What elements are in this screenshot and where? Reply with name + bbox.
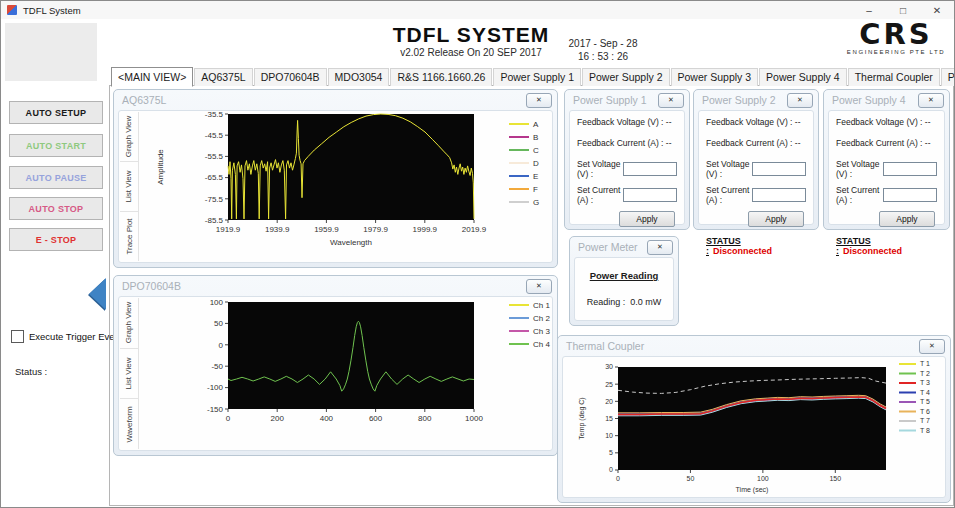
ps4-set-current-input[interactable] [883, 188, 937, 202]
ps4-set-voltage-label: Set Voltage (V) : [836, 159, 883, 179]
ps2-status-value: Disconnected [713, 246, 772, 256]
svg-text:-75.5: -75.5 [205, 195, 224, 204]
svg-text:15: 15 [605, 415, 613, 422]
panel-aq6375l-header: AQ6375L ✕ [114, 90, 557, 110]
svg-text:Wavelength: Wavelength [330, 238, 372, 247]
svg-text:-65.5: -65.5 [205, 173, 224, 182]
auto-stop-button[interactable]: AUTO STOP [9, 197, 103, 220]
svg-text:-100: -100 [207, 383, 224, 392]
svg-text:200: 200 [271, 414, 285, 423]
svg-text:0: 0 [616, 475, 620, 482]
panel-aq6375l-title: AQ6375L [122, 94, 166, 106]
svg-text:T 1: T 1 [920, 360, 930, 367]
svg-text:Amplitude: Amplitude [156, 149, 165, 185]
panel-power-supply-1-body: Feedback Voltage (V) : -- Feedback Curre… [569, 110, 685, 225]
ps1-feedback-current-value: -- [666, 138, 672, 148]
svg-text:-50: -50 [211, 362, 223, 371]
ps2-set-current-label: Set Current (A) : [706, 185, 752, 205]
panel-power-supply-4-close-icon[interactable]: ✕ [918, 93, 944, 108]
tab-mdo3054[interactable]: MDO3054 [328, 68, 390, 86]
panel-power-supply-2-title: Power Supply 2 [702, 94, 776, 106]
aq-tab-list-view[interactable]: List View [120, 162, 138, 212]
title-bar: TDFL System – □ ✕ [1, 1, 954, 19]
svg-text:Temp (deg C): Temp (deg C) [578, 397, 586, 439]
svg-text:50: 50 [687, 475, 695, 482]
ps2-feedback-voltage-value: -- [795, 117, 801, 127]
svg-text:2019.9: 2019.9 [462, 225, 487, 234]
dpo-tab-waveform[interactable]: Waveform [120, 399, 138, 449]
aq-tab-graph-view[interactable]: Graph View [120, 112, 138, 162]
panel-dpo70604b-close-icon[interactable]: ✕ [526, 279, 552, 294]
ps4-feedback-current-value: -- [925, 138, 931, 148]
svg-text:1919.9: 1919.9 [216, 225, 241, 234]
minimize-button[interactable]: – [852, 5, 886, 16]
panel-power-supply-1: Power Supply 1 ✕ Feedback Voltage (V) : … [564, 89, 690, 230]
panel-dpo70604b-header: DPO70604B ✕ [114, 276, 557, 296]
maximize-button[interactable]: □ [886, 5, 920, 16]
svg-text:T 4: T 4 [920, 389, 930, 396]
ps2-set-current-input[interactable] [752, 188, 806, 202]
svg-text:T 5: T 5 [920, 398, 930, 405]
panel-power-supply-1-close-icon[interactable]: ✕ [658, 93, 684, 108]
tab-dpo70604b[interactable]: DPO70604B [254, 68, 327, 86]
auto-setup-button[interactable]: AUTO SETUP [9, 101, 103, 124]
power-reading-heading: Power Reading [575, 270, 673, 281]
svg-text:400: 400 [320, 414, 334, 423]
tab-power-supply-1[interactable]: Power Supply 1 [493, 68, 581, 86]
panel-dpo70604b-body: Graph View List View Waveform 0200400600… [118, 296, 553, 451]
close-button[interactable]: ✕ [920, 5, 954, 16]
auto-pause-button[interactable]: AUTO PAUSE [9, 166, 103, 189]
tab-thermal-coupler[interactable]: Thermal Coupler [848, 68, 940, 86]
ps2-feedback-current-value: -- [795, 138, 801, 148]
dpo-tab-graph-view[interactable]: Graph View [120, 298, 138, 349]
svg-text:T 7: T 7 [920, 417, 930, 424]
panel-power-supply-2-close-icon[interactable]: ✕ [787, 93, 813, 108]
main-tabstrip: <MAIN VIEW> AQ6375L DPO70604B MDO3054 R&… [111, 67, 955, 86]
ps2-set-voltage-label: Set Voltage (V) : [706, 159, 752, 179]
panel-power-supply-4-header: Power Supply 4 ✕ [824, 90, 949, 110]
auto-start-button[interactable]: AUTO START [9, 134, 103, 157]
svg-text:1979.9: 1979.9 [363, 225, 388, 234]
tab-rs-1166-1660-26[interactable]: R&S 1166.1660.26 [390, 68, 492, 86]
tab-power-supply-4[interactable]: Power Supply 4 [759, 68, 847, 86]
app-icon [7, 5, 17, 15]
e-stop-button[interactable]: E - STOP [9, 228, 103, 251]
panel-power-supply-2-body: Feedback Voltage (V) : -- Feedback Curre… [698, 110, 814, 225]
tab-main-view[interactable]: <MAIN VIEW> [111, 67, 193, 87]
ps1-apply-button[interactable]: Apply [619, 211, 675, 227]
ps2-feedback-current-label: Feedback Current (A) : [706, 138, 792, 148]
ps4-set-voltage-input[interactable] [883, 162, 937, 176]
svg-text:800: 800 [418, 414, 432, 423]
execute-trigger-checkbox[interactable] [11, 330, 24, 343]
panel-thermal-coupler-close-icon[interactable]: ✕ [919, 339, 945, 354]
panel-aq6375l-close-icon[interactable]: ✕ [526, 93, 552, 108]
tab-power-supply-3[interactable]: Power Supply 3 [671, 68, 759, 86]
ps1-set-voltage-label: Set Voltage (V) : [577, 159, 623, 179]
aq-tab-trace-plot[interactable]: Trace Plot [120, 212, 138, 261]
svg-text:Ch 3: Ch 3 [533, 327, 550, 336]
ps4-apply-button[interactable]: Apply [879, 211, 935, 227]
ps1-set-voltage-input[interactable] [623, 162, 677, 176]
svg-text:30: 30 [605, 363, 613, 370]
svg-text:E: E [533, 172, 538, 181]
dpo-tab-list-view[interactable]: List View [120, 349, 138, 400]
ps1-set-current-input[interactable] [623, 188, 677, 202]
panel-aq6375l-body: Graph View List View Trace Plot 1919.919… [118, 110, 553, 263]
tab-power-meter[interactable]: Power Meter [941, 68, 955, 86]
svg-text:0: 0 [219, 341, 224, 350]
time-text: 16 : 53 : 26 [549, 50, 657, 63]
svg-text:A: A [533, 120, 539, 129]
svg-text:-55.5: -55.5 [205, 152, 224, 161]
ps2-set-voltage-input[interactable] [752, 162, 806, 176]
ps1-feedback-voltage-label: Feedback Voltage (V) : [577, 117, 663, 127]
svg-text:100: 100 [757, 475, 769, 482]
svg-text:T 2: T 2 [920, 370, 930, 377]
collapse-arrow-icon[interactable] [89, 278, 106, 310]
panel-power-meter-close-icon[interactable]: ✕ [647, 240, 673, 255]
date-text: 2017 - Sep - 28 [549, 37, 657, 50]
ps2-apply-button[interactable]: Apply [748, 211, 804, 227]
tab-power-supply-2[interactable]: Power Supply 2 [582, 68, 670, 86]
panel-power-supply-4: Power Supply 4 ✕ Feedback Voltage (V) : … [823, 89, 950, 230]
datetime: 2017 - Sep - 28 16 : 53 : 26 [549, 37, 657, 63]
tab-aq6375l[interactable]: AQ6375L [194, 68, 252, 86]
